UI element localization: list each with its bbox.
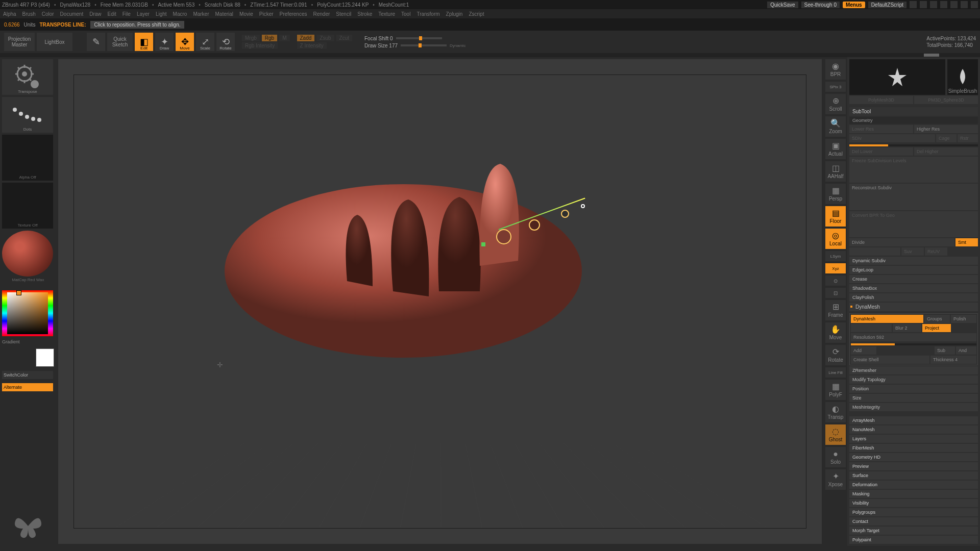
contact-header[interactable]: Contact [849, 517, 978, 525]
sdiv-bar[interactable] [849, 144, 978, 146]
rotate-view-button[interactable]: ⟳Rotate [825, 345, 846, 365]
fit-button[interactable]: ⊡ [825, 288, 846, 298]
suv-toggle[interactable]: Suv [901, 247, 924, 256]
tool-sphere3d[interactable]: PM3D_Sphere3D [914, 96, 978, 104]
create-shell-button[interactable]: Create Shell [851, 356, 929, 364]
subtool-header[interactable]: SubTool [849, 107, 978, 116]
xyz-button[interactable]: Xyz [825, 263, 846, 273]
geometry-hd-header[interactable]: Geometry HD [849, 453, 978, 461]
m-toggle[interactable]: M [279, 35, 289, 41]
seethrough-slider[interactable]: See-through 0 [801, 2, 840, 8]
project-toggle[interactable]: Project [922, 324, 951, 332]
zremesher-header[interactable]: ZRemesher [849, 366, 978, 374]
preview-header[interactable]: Preview [849, 462, 978, 470]
floor-button[interactable]: ▤Floor [825, 206, 846, 227]
default-zscript[interactable]: DefaultZScript [868, 2, 906, 8]
divide-button[interactable]: Divide [849, 238, 954, 246]
lsym-button[interactable]: LSym [825, 251, 846, 261]
polygroups-header[interactable]: Polygroups [849, 508, 978, 516]
window-button-4[interactable] [940, 1, 947, 8]
window-button-2[interactable] [920, 1, 927, 8]
menu-transform[interactable]: Transform [416, 11, 439, 17]
rstr-button[interactable]: Rstr [958, 134, 978, 142]
menu-alpha[interactable]: Alpha [3, 11, 16, 17]
actual-button[interactable]: ▣Actual [825, 139, 846, 159]
local-button[interactable]: ◎Local [825, 229, 846, 249]
timeline-rule[interactable] [0, 53, 980, 57]
menu-stencil[interactable]: Stencil [336, 11, 351, 17]
gizmo-start-handle[interactable] [481, 242, 485, 246]
menu-document[interactable]: Document [60, 11, 84, 17]
fibermesh-header[interactable]: FiberMesh [849, 444, 978, 452]
sdiv-slider[interactable]: SDiv [849, 134, 935, 142]
morph-target-header[interactable]: Morph Target [849, 527, 978, 535]
polypaint-header[interactable]: Polypaint [849, 536, 978, 544]
transpose-tool-slot[interactable]: Transpose [2, 59, 53, 95]
menu-material[interactable]: Material [215, 11, 234, 17]
edgeloop-header[interactable]: EdgeLoop [849, 266, 978, 274]
size-header[interactable]: Size [849, 394, 978, 402]
freeze-subdiv-button[interactable]: Freeze SubDivision Levels [849, 157, 978, 183]
texture-slot[interactable]: Texture Off [2, 183, 53, 229]
menu-picker[interactable]: Picker [259, 11, 274, 17]
lightbox-button[interactable]: LightBox [37, 33, 72, 51]
visibility-header[interactable]: Visibility [849, 499, 978, 507]
gizmo-inner-circle[interactable] [496, 229, 511, 244]
surface-header[interactable]: Surface [849, 471, 978, 480]
menu-macro[interactable]: Macro [173, 11, 187, 17]
window-minimize[interactable] [950, 1, 958, 8]
groups-toggle[interactable]: Groups [924, 315, 950, 323]
move-mode-button[interactable]: ✥Move [176, 33, 194, 51]
resolution-bar[interactable] [851, 343, 976, 345]
deformation-header[interactable]: Deformation [849, 481, 978, 489]
zadd-toggle[interactable]: Zadd [297, 35, 315, 41]
modify-topology-header[interactable]: Modify Topology [849, 375, 978, 384]
menu-edit[interactable]: Edit [108, 11, 116, 17]
tool-polymesh3d[interactable]: PolyMesh3D [849, 96, 913, 104]
aahalf-button[interactable]: ◫AAHalf [825, 161, 846, 182]
xpose-button[interactable]: ✦Xpose [825, 469, 846, 490]
transp-button[interactable]: ◐Transp [825, 402, 846, 422]
zoom-button[interactable]: 🔍Zoom [825, 116, 846, 137]
dynamic-subdiv-header[interactable]: Dynamic Subdiv [849, 257, 978, 265]
secondary-color-swatch[interactable] [36, 348, 54, 367]
persp-button[interactable]: ▦Persp [825, 184, 846, 204]
zsub-toggle[interactable]: Zsub [316, 35, 334, 41]
layers-header[interactable]: Layers [849, 435, 978, 443]
meshintegrity-header[interactable]: MeshIntegrity [849, 403, 978, 411]
zcut-toggle[interactable]: Zcut [336, 35, 352, 41]
geometry-header[interactable]: Geometry [849, 117, 978, 124]
window-button-3[interactable] [930, 1, 937, 8]
menu-tool[interactable]: Tool [401, 11, 410, 17]
scroll-button[interactable]: ⊕Scroll [825, 94, 846, 114]
window-button-1[interactable] [910, 1, 917, 8]
add-button[interactable]: Add [851, 346, 876, 355]
dynamesh-button[interactable]: DynaMesh [851, 315, 923, 323]
position-header[interactable]: Position [849, 385, 978, 393]
mrgb-toggle[interactable]: Mrgb [242, 35, 260, 41]
solo-button[interactable]: ●Solo [825, 447, 846, 467]
move-view-button[interactable]: ✋Move [825, 322, 846, 343]
lower-res-button[interactable]: Lower Res [849, 125, 913, 133]
alpha-slot[interactable]: Alpha Off [2, 135, 53, 181]
bpr-button[interactable]: ◉BPR [825, 59, 846, 80]
and-button[interactable]: And [956, 346, 976, 355]
menu-color[interactable]: Color [42, 11, 54, 17]
reuv-button[interactable]: ReUV [925, 247, 947, 256]
spix-slider[interactable]: SPix 3 [825, 82, 846, 92]
z-intensity[interactable]: Z Intensity [297, 42, 327, 49]
quicksave-button[interactable]: QuickSave [767, 2, 798, 8]
material-slot[interactable] [2, 231, 53, 277]
alternate-button[interactable]: Alternate [2, 383, 53, 391]
rgb-toggle[interactable]: Rgb [262, 35, 277, 41]
window-maximize[interactable] [961, 1, 968, 8]
scale-mode-button[interactable]: ⤢Scale [196, 33, 214, 51]
cage-button[interactable]: Cage [936, 134, 957, 142]
menu-render[interactable]: Render [313, 11, 330, 17]
menu-preferences[interactable]: Preferences [280, 11, 307, 17]
gizmo-mid-circle[interactable] [529, 219, 540, 231]
crease-header[interactable]: Crease [849, 275, 978, 283]
ghost-button[interactable]: ◌Ghost [825, 424, 846, 445]
arraymesh-header[interactable]: ArrayMesh [849, 416, 978, 424]
smt-toggle[interactable]: Smt [955, 238, 978, 246]
